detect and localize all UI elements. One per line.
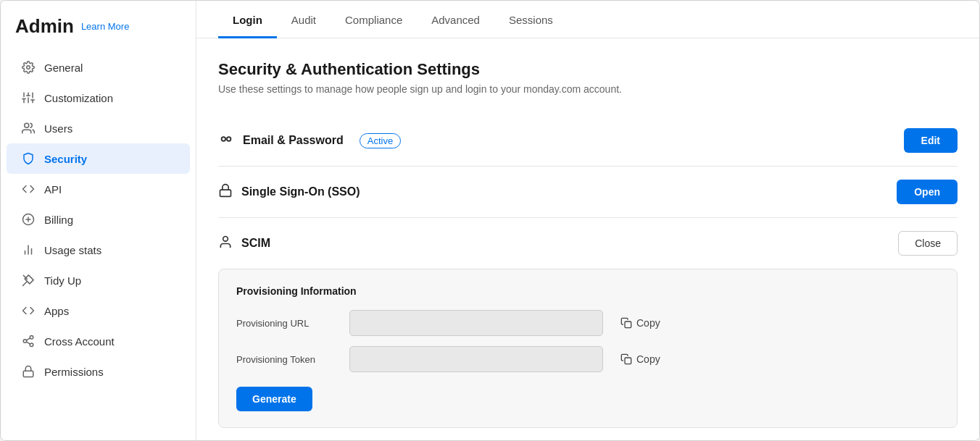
tab-compliance[interactable]: Compliance [331, 1, 417, 38]
learn-more-link[interactable]: Learn More [81, 21, 129, 32]
provisioning-url-row: Provisioning URL Copy [236, 310, 939, 336]
sidebar-item-label-apps: Apps [44, 305, 69, 317]
lock-icon [21, 364, 36, 379]
page-subtitle: Use these settings to manage how people … [218, 83, 958, 95]
sidebar-nav: General Customization Users [1, 52, 196, 387]
sidebar-item-label-customization: Customization [44, 92, 113, 104]
svg-point-23 [222, 137, 226, 141]
sidebar-item-usage-stats[interactable]: Usage stats [7, 235, 190, 265]
sidebar-item-label-billing: Billing [44, 214, 73, 226]
sidebar-item-apps[interactable]: Apps [7, 295, 190, 326]
sidebar-item-label-usage-stats: Usage stats [44, 244, 101, 256]
provisioning-token-label: Provisioning Token [236, 354, 338, 365]
sidebar-item-cross-account[interactable]: Cross Account [7, 326, 190, 356]
sidebar-item-label-permissions: Permissions [44, 366, 104, 378]
scim-section: SCIM Close Provisioning Information Prov… [218, 218, 958, 440]
provisioning-url-input[interactable] [349, 310, 603, 336]
sidebar-item-label-users: Users [44, 122, 72, 135]
sso-name: Single Sign-On (SSO) [241, 185, 360, 198]
main-content: Login Audit Compliance Advanced Sessions… [196, 1, 979, 440]
sidebar-item-permissions[interactable]: Permissions [7, 356, 190, 387]
bar-chart-icon [21, 243, 36, 257]
svg-point-26 [223, 236, 228, 241]
email-password-name: Email & Password [243, 134, 344, 147]
broom-icon [21, 273, 36, 287]
tab-sessions[interactable]: Sessions [494, 1, 568, 38]
gear-icon [21, 60, 36, 75]
provisioning-token-copy-button[interactable]: Copy [615, 350, 666, 368]
provisioning-token-input[interactable] [349, 346, 603, 372]
sidebar-item-general[interactable]: General [7, 52, 190, 83]
sidebar-item-tidy-up[interactable]: Tidy Up [7, 265, 190, 295]
svg-line-20 [26, 342, 30, 344]
svg-point-10 [25, 123, 29, 127]
sso-section: Single Sign-On (SSO) Open [218, 167, 958, 218]
scim-panel: Provisioning Information Provisioning UR… [218, 269, 958, 428]
scim-icon [218, 235, 233, 253]
sidebar-item-security[interactable]: Security [7, 143, 190, 174]
generate-button[interactable]: Generate [236, 387, 312, 411]
tabs-bar: Login Audit Compliance Advanced Sessions [196, 1, 979, 38]
copy-icon [620, 317, 632, 329]
scim-left: SCIM [218, 235, 270, 253]
tab-advanced[interactable]: Advanced [417, 1, 494, 38]
sidebar-item-label-cross-account: Cross Account [44, 335, 115, 348]
provisioning-token-copy-label: Copy [636, 353, 660, 365]
svg-line-21 [26, 338, 30, 340]
users-icon [21, 121, 36, 135]
sso-icon [218, 183, 233, 201]
sso-left: Single Sign-On (SSO) [218, 183, 360, 201]
svg-rect-28 [625, 358, 631, 364]
provisioning-url-copy-label: Copy [636, 317, 660, 329]
dollar-icon [21, 212, 36, 227]
scim-name: SCIM [241, 237, 270, 250]
svg-rect-22 [23, 371, 33, 377]
tab-login[interactable]: Login [218, 1, 277, 38]
provisioning-url-copy-button[interactable]: Copy [615, 314, 666, 332]
svg-point-24 [227, 137, 231, 141]
sidebar-title: Admin [15, 15, 74, 38]
sidebar-item-billing[interactable]: Billing [7, 204, 190, 235]
sidebar-item-label-api: API [44, 183, 62, 196]
sidebar-item-label-security: Security [44, 153, 87, 165]
sidebar-item-users[interactable]: Users [7, 113, 190, 143]
tab-audit[interactable]: Audit [277, 1, 331, 38]
email-password-left: Email & Password Active [218, 131, 401, 151]
provisioning-token-row: Provisioning Token Copy [236, 346, 939, 372]
sidebar-item-label-general: General [44, 62, 83, 74]
code-icon [21, 303, 36, 318]
email-password-icon [218, 131, 234, 151]
page-title: Security & Authentication Settings [218, 60, 958, 79]
sidebar-header: Admin Learn More [1, 15, 196, 52]
main-window: Admin Learn More General Customization [0, 0, 980, 441]
scim-header-row: SCIM Close [218, 218, 958, 269]
share-icon [21, 334, 36, 348]
active-badge: Active [360, 133, 401, 148]
sidebar-item-api[interactable]: API [7, 174, 190, 204]
provisioning-url-label: Provisioning URL [236, 318, 338, 329]
sidebar-item-label-tidy-up: Tidy Up [44, 274, 81, 287]
svg-point-0 [27, 66, 30, 70]
sidebar: Admin Learn More General Customization [1, 1, 196, 440]
close-button[interactable]: Close [898, 231, 958, 256]
svg-rect-25 [220, 190, 231, 196]
sidebar-item-customization[interactable]: Customization [7, 83, 190, 113]
content-area: Security & Authentication Settings Use t… [196, 38, 979, 440]
open-button[interactable]: Open [897, 180, 958, 204]
scim-panel-title: Provisioning Information [236, 285, 939, 297]
svg-rect-27 [625, 322, 631, 328]
shield-icon [21, 151, 36, 166]
api-icon [21, 182, 36, 196]
email-password-section: Email & Password Active Edit [218, 115, 958, 167]
edit-button[interactable]: Edit [904, 128, 958, 153]
copy-icon-2 [620, 353, 632, 365]
sliders-icon [21, 91, 36, 105]
